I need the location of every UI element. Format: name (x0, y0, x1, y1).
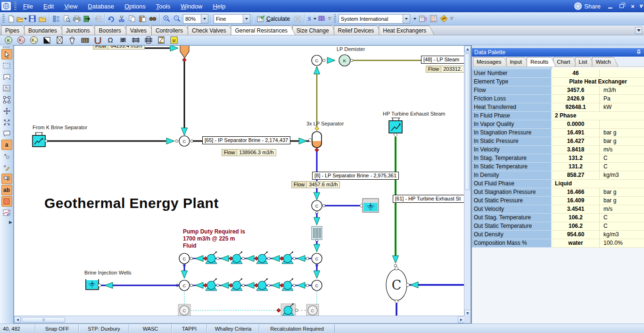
share-control[interactable]: Share (574, 2, 601, 10)
units-dropdown-caret[interactable] (411, 14, 418, 24)
result-row[interactable]: Out Fluid Phase Liquid (472, 180, 644, 188)
element-tab[interactable]: Valves (126, 25, 155, 35)
separator-vessel-top[interactable] (180, 46, 189, 58)
node-diamond[interactable] (182, 58, 186, 62)
element-tab[interactable]: Relief Devices (334, 25, 382, 35)
result-row[interactable]: Composition Mass % water 100.0% (472, 239, 644, 248)
zoom-level-combo[interactable]: 80% (183, 14, 208, 24)
result-row[interactable]: In Static Temperature 131.2 C (472, 163, 644, 171)
lp-separator-label[interactable]: 3x LP Separator (306, 121, 344, 126)
frame-tool[interactable] (1, 94, 12, 105)
element-tab[interactable]: Boundaries (24, 25, 65, 35)
result-row[interactable]: Heat Transferred 92648.1 kW (472, 103, 644, 112)
fixed-resistance-icon[interactable] (55, 36, 64, 44)
menu-item[interactable]: File (18, 1, 38, 12)
canvas-vertical-scrollbar[interactable] (464, 46, 471, 316)
result-row[interactable]: Out Stagnation Pressure 16.466 bar g (472, 188, 644, 197)
data-palette-header[interactable]: Data Palette (472, 48, 644, 57)
junction-cr2[interactable]: C (312, 280, 322, 291)
flowsheet-canvas[interactable]: C C K (14, 45, 471, 324)
text-style-tool[interactable]: a (1, 140, 12, 150)
element-tab[interactable]: Check Valves (188, 25, 234, 35)
node-circle[interactable] (322, 204, 325, 207)
move-tool[interactable] (1, 106, 12, 116)
result-row[interactable]: In Fluid Phase 2 Phase (472, 112, 644, 120)
open-file-button[interactable] (17, 14, 27, 24)
list-options-button[interactable] (428, 14, 438, 24)
area-change-icon[interactable] (42, 36, 51, 44)
zoom-in-button[interactable] (161, 14, 172, 24)
k-resistance-icon[interactable]: K (4, 36, 13, 44)
units-combo[interactable]: System International (339, 14, 410, 24)
text-ab-tool[interactable]: ab (1, 185, 12, 195)
calc-quality-combo[interactable]: Fine (214, 14, 250, 24)
scroll-right-button[interactable] (458, 316, 464, 323)
from-k-label[interactable]: From K Brine Separator (33, 125, 87, 130)
turbine-component-c[interactable]: C (386, 269, 407, 300)
toolstrip-grip[interactable] (3, 46, 10, 48)
new-file-button[interactable] (6, 14, 17, 24)
node-diamond[interactable] (394, 133, 397, 137)
minimize-button[interactable] (605, 2, 615, 10)
zoom-out-button[interactable] (172, 14, 182, 24)
node-circle[interactable] (190, 140, 193, 142)
pump-duty-note[interactable]: Pump Duty Required is 1700 m3/h @ 225 m … (183, 228, 245, 250)
junction-cl2[interactable]: C (179, 280, 190, 291)
pipe-48-label[interactable]: [48] - LP Steam (421, 56, 464, 64)
element-tab[interactable]: Controllers (151, 25, 191, 35)
menu-item[interactable]: View (59, 1, 83, 12)
junction-c1[interactable]: C (179, 136, 190, 146)
kv-resistance-icon[interactable]: Kv (29, 36, 39, 44)
result-row[interactable]: Element Type Plate Heat Exchanger (472, 78, 644, 86)
scroll-left-button[interactable] (14, 316, 21, 323)
pump-row-1[interactable] (190, 251, 311, 264)
flexible-hose-icon[interactable] (118, 36, 128, 44)
pipe-8-label[interactable]: [8] - LP Separator Brine - 2,975,361 (312, 172, 399, 180)
pump-row-2[interactable] (190, 278, 311, 291)
element-tab[interactable]: Junctions (62, 25, 98, 35)
orifice-icon[interactable] (157, 36, 166, 44)
result-row[interactable]: User Number 46 (472, 69, 644, 78)
screen-icon[interactable] (80, 36, 90, 44)
fill-color-tool[interactable] (1, 196, 12, 207)
restore-button[interactable] (617, 2, 626, 10)
menu-grip[interactable] (14, 1, 17, 11)
junction-standby-c2[interactable]: C (308, 306, 317, 315)
help-book-button[interactable] (316, 14, 327, 24)
junction-cl1[interactable]: C (179, 253, 190, 264)
plate-heat-exchanger[interactable] (312, 226, 322, 240)
quality-combo-caret[interactable] (243, 15, 250, 23)
edit-number-tool[interactable]: # (1, 162, 12, 173)
pin-icon[interactable] (636, 49, 642, 56)
calculate-button[interactable]: Calculate (255, 14, 292, 23)
pipe-61-label[interactable]: [61] - HP Turbine Exhaust St (393, 195, 464, 203)
junction-demister-c[interactable]: C (312, 55, 322, 66)
result-row[interactable]: Out Density 954.60 kg/m3 (472, 231, 644, 239)
units-help-button[interactable]: ? (418, 14, 428, 24)
coil-exchanger-icon[interactable] (131, 36, 140, 44)
flow-65-label[interactable]: Flow138906.3 m3/h (222, 149, 276, 156)
hp-turbine-label[interactable]: HP Turbine Exhaust Steam (383, 111, 445, 117)
node-number-tool[interactable]: # (1, 151, 12, 161)
print-preview-button[interactable] (61, 14, 72, 24)
lp-demister-label[interactable]: LP Demister (337, 46, 365, 52)
zoom-combo-caret[interactable] (201, 15, 208, 23)
node-circle[interactable] (45, 140, 48, 142)
pointer-tool[interactable] (1, 49, 12, 59)
element-tab[interactable]: General Resistances (231, 25, 295, 35)
find-button[interactable] (148, 14, 158, 24)
menu-item[interactable]: Help (207, 1, 231, 12)
tube-exchanger-icon[interactable] (144, 36, 153, 44)
boundary-node-from-k[interactable] (33, 135, 45, 147)
flow-result-label[interactable]: Flow64299.4 m3/h (93, 45, 145, 50)
toggle-panel-button[interactable] (51, 14, 61, 24)
flow-8-label[interactable]: Flow3457.6 m3/h (291, 181, 340, 188)
junction-c3[interactable]: C (312, 200, 322, 211)
result-row[interactable]: Flow 3457.6 m3/h (472, 86, 644, 95)
node-circle[interactable] (175, 140, 178, 142)
scroll-up-button[interactable] (464, 46, 471, 52)
palette-tab[interactable]: List (575, 57, 594, 67)
boundary-node-hp-turbine[interactable] (389, 121, 402, 133)
menu-item[interactable]: Database (83, 1, 119, 12)
result-row[interactable]: Out Velocity 3.4541 m/s (472, 205, 644, 214)
